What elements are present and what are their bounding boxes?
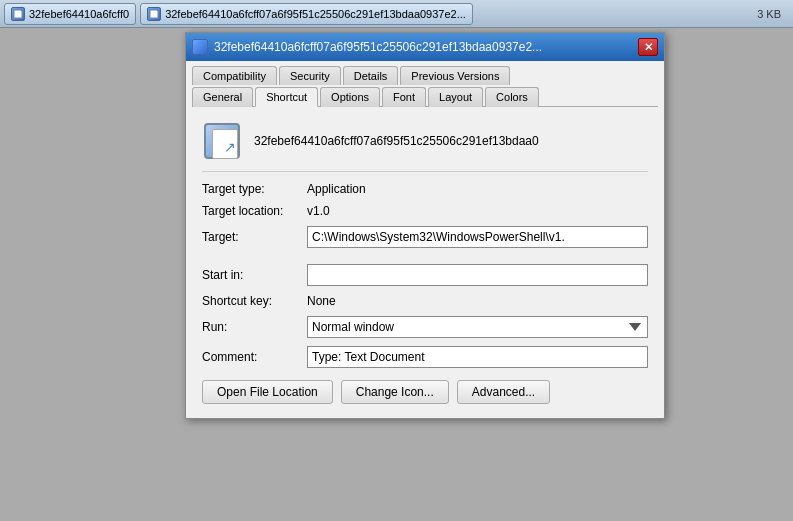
tab-security[interactable]: Security <box>279 66 341 85</box>
target-type-row: Target type: Application <box>202 182 648 196</box>
shortcut-key-row: Shortcut key: None <box>202 294 648 308</box>
target-row: Target: <box>202 226 648 248</box>
svg-rect-2 <box>150 10 158 18</box>
app-icon-container <box>202 121 242 161</box>
run-select[interactable]: Normal window Minimized Maximized <box>307 316 648 338</box>
taskbar: 32febef64410a6fcff0 32febef64410a6fcff07… <box>0 0 793 28</box>
start-in-label: Start in: <box>202 268 307 282</box>
taskbar-filesize: 3 KB <box>757 8 789 20</box>
taskbar-label-1: 32febef64410a6fcff0 <box>29 8 129 20</box>
tab-general[interactable]: General <box>192 87 253 107</box>
advanced-button[interactable]: Advanced... <box>457 380 550 404</box>
shortcut-key-label: Shortcut key: <box>202 294 307 308</box>
tab-content: 32febef64410a6fcff07a6f95f51c25506c291ef… <box>186 107 664 418</box>
tabs-container: Compatibility Security Details Previous … <box>186 61 664 107</box>
tab-previous-versions[interactable]: Previous Versions <box>400 66 510 85</box>
shortcut-key-value: None <box>307 294 336 308</box>
tab-colors[interactable]: Colors <box>485 87 539 107</box>
dialog-icon <box>192 39 208 55</box>
action-buttons: Open File Location Change Icon... Advanc… <box>202 380 648 404</box>
tab-row-2: General Shortcut Options Font Layout Col… <box>192 86 658 106</box>
change-icon-button[interactable]: Change Icon... <box>341 380 449 404</box>
taskbar-icon-1 <box>11 7 25 21</box>
dialog-title: 32febef64410a6fcff07a6f95f51c25506c291ef… <box>214 40 632 54</box>
app-header: 32febef64410a6fcff07a6f95f51c25506c291ef… <box>202 121 648 172</box>
run-row: Run: Normal window Minimized Maximized <box>202 316 648 338</box>
start-in-row: Start in: <box>202 264 648 286</box>
target-input[interactable] <box>307 226 648 248</box>
open-file-location-button[interactable]: Open File Location <box>202 380 333 404</box>
title-bar: 32febef64410a6fcff07a6f95f51c25506c291ef… <box>186 33 664 61</box>
close-button[interactable]: ✕ <box>638 38 658 56</box>
tab-shortcut[interactable]: Shortcut <box>255 87 318 107</box>
target-location-label: Target location: <box>202 204 307 218</box>
tab-options[interactable]: Options <box>320 87 380 107</box>
app-icon <box>204 123 240 159</box>
tab-row-1: Compatibility Security Details Previous … <box>192 65 658 84</box>
target-type-value: Application <box>307 182 366 196</box>
app-display-name: 32febef64410a6fcff07a6f95f51c25506c291ef… <box>254 134 539 148</box>
target-type-label: Target type: <box>202 182 307 196</box>
target-location-value: v1.0 <box>307 204 330 218</box>
taskbar-icon-2 <box>147 7 161 21</box>
taskbar-label-2: 32febef64410a6fcff07a6f95f51c25506c291ef… <box>165 8 466 20</box>
target-label: Target: <box>202 230 307 244</box>
comment-label: Comment: <box>202 350 307 364</box>
taskbar-item-2[interactable]: 32febef64410a6fcff07a6f95f51c25506c291ef… <box>140 3 473 25</box>
comment-row: Comment: <box>202 346 648 368</box>
start-in-input[interactable] <box>307 264 648 286</box>
taskbar-item-1[interactable]: 32febef64410a6fcff0 <box>4 3 136 25</box>
spacer-1 <box>202 256 648 264</box>
comment-input[interactable] <box>307 346 648 368</box>
run-label: Run: <box>202 320 307 334</box>
target-location-row: Target location: v1.0 <box>202 204 648 218</box>
tab-layout[interactable]: Layout <box>428 87 483 107</box>
svg-rect-0 <box>14 10 22 18</box>
properties-dialog: 32febef64410a6fcff07a6f95f51c25506c291ef… <box>185 32 665 419</box>
tab-compatibility[interactable]: Compatibility <box>192 66 277 85</box>
tab-font[interactable]: Font <box>382 87 426 107</box>
tab-details[interactable]: Details <box>343 66 399 85</box>
